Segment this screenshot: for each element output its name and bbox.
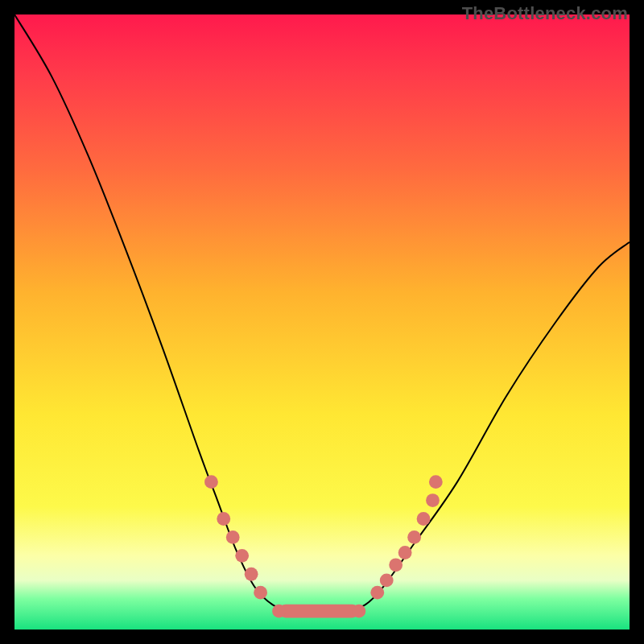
svg-point-16 bbox=[352, 605, 365, 618]
markers-right bbox=[370, 475, 442, 599]
svg-rect-14 bbox=[279, 605, 359, 618]
svg-point-7 bbox=[380, 573, 394, 587]
svg-point-13 bbox=[429, 475, 443, 489]
svg-point-6 bbox=[370, 586, 384, 600]
svg-point-3 bbox=[235, 549, 249, 563]
brand-watermark: TheBottleneck.com bbox=[462, 3, 628, 24]
svg-point-15 bbox=[272, 605, 286, 618]
svg-point-8 bbox=[389, 558, 402, 572]
svg-point-2 bbox=[226, 530, 240, 544]
svg-point-1 bbox=[217, 512, 230, 526]
svg-point-12 bbox=[426, 493, 440, 507]
markers-left bbox=[204, 475, 267, 599]
svg-point-4 bbox=[245, 568, 258, 581]
svg-point-9 bbox=[398, 546, 412, 559]
bottleneck-curve-line bbox=[14, 14, 630, 612]
svg-point-11 bbox=[417, 512, 431, 526]
chart-frame: TheBottleneck.com bbox=[0, 0, 644, 644]
svg-point-10 bbox=[407, 530, 421, 544]
svg-point-5 bbox=[254, 586, 267, 600]
curve-svg bbox=[14, 14, 630, 630]
svg-point-0 bbox=[204, 475, 218, 489]
plot-area bbox=[12, 12, 632, 632]
plateau-markers bbox=[272, 605, 365, 618]
